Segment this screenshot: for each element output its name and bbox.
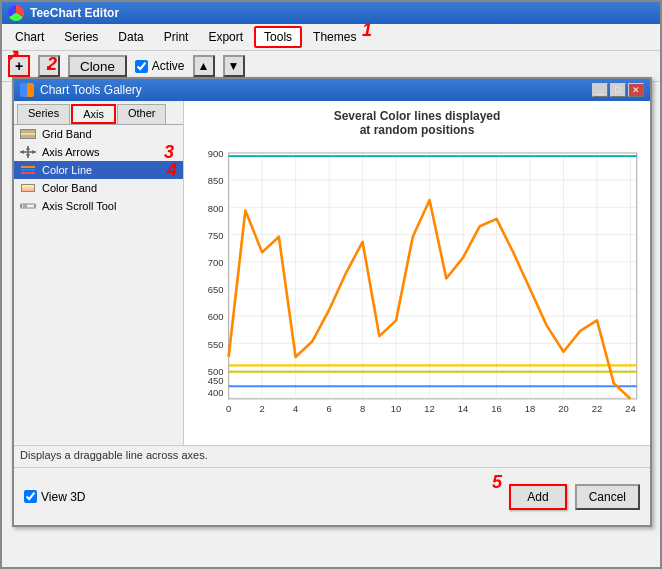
list-item-axis-scroll[interactable]: Axis Scroll Tool	[14, 197, 183, 215]
list-item-grid-band[interactable]: Grid Band	[14, 125, 183, 143]
svg-text:0: 0	[226, 403, 231, 414]
svg-text:8: 8	[360, 403, 365, 414]
menu-bar: Chart Series Data Print Export Tools The…	[2, 24, 660, 51]
svg-text:400: 400	[208, 387, 224, 398]
menu-chart[interactable]: Chart	[6, 27, 53, 47]
svg-text:450: 450	[208, 375, 224, 386]
chart-title: Several Color lines displayed at random …	[192, 109, 642, 137]
svg-text:24: 24	[625, 403, 635, 414]
svg-text:700: 700	[208, 257, 224, 268]
view3d-group: View 3D	[24, 490, 85, 504]
view3d-checkbox[interactable]	[24, 490, 37, 503]
up-arrow-button[interactable]: ▲	[193, 55, 215, 77]
gallery-content: Series Axis Other Grid Band	[14, 101, 650, 445]
svg-text:12: 12	[424, 403, 434, 414]
gallery-icon	[20, 83, 34, 97]
color-line-label: Color Line	[42, 164, 92, 176]
svg-text:4: 4	[293, 403, 298, 414]
gallery-window: Chart Tools Gallery _ □ ✕ Series Axis Ot…	[12, 77, 652, 527]
svg-text:900: 900	[208, 148, 224, 159]
title-bar: TeeChart Editor	[2, 2, 660, 24]
axis-scroll-label: Axis Scroll Tool	[42, 200, 116, 212]
svg-rect-7	[23, 204, 27, 208]
chart-panel: Several Color lines displayed at random …	[184, 101, 650, 445]
menu-series[interactable]: Series	[55, 27, 107, 47]
tab-other[interactable]: Other	[117, 104, 167, 124]
list-item-color-band[interactable]: Color Band	[14, 179, 183, 197]
svg-text:16: 16	[491, 403, 501, 414]
window-title: TeeChart Editor	[30, 6, 119, 20]
menu-print[interactable]: Print	[155, 27, 198, 47]
bottom-buttons: Add Cancel	[509, 484, 640, 510]
close-button[interactable]: ✕	[628, 83, 644, 97]
minimize-button[interactable]: _	[592, 83, 608, 97]
color-line-icon	[20, 164, 36, 176]
color-band-label: Color Band	[42, 182, 97, 194]
bottom-bar: View 3D Add Cancel	[14, 467, 650, 525]
svg-marker-1	[26, 146, 30, 150]
svg-text:750: 750	[208, 230, 224, 241]
active-checkbox-group: Active	[135, 59, 185, 73]
svg-marker-4	[20, 150, 24, 154]
tabs: Series Axis Other	[14, 101, 183, 125]
left-panel: Series Axis Other Grid Band	[14, 101, 184, 445]
menu-tools[interactable]: Tools	[254, 26, 302, 48]
grid-band-label: Grid Band	[42, 128, 92, 140]
svg-marker-5	[32, 150, 36, 154]
svg-text:22: 22	[592, 403, 602, 414]
menu-export[interactable]: Export	[199, 27, 252, 47]
svg-text:18: 18	[525, 403, 535, 414]
app-icon	[8, 5, 24, 21]
svg-text:600: 600	[208, 311, 224, 322]
svg-text:850: 850	[208, 175, 224, 186]
axis-scroll-icon	[20, 200, 36, 212]
axis-arrows-icon	[20, 146, 36, 158]
svg-text:20: 20	[558, 403, 568, 414]
tools-list: Grid Band	[14, 125, 183, 445]
list-item-axis-arrows[interactable]: Axis Arrows	[14, 143, 183, 161]
clone-button[interactable]: Clone	[68, 55, 127, 77]
remove-tool-button[interactable]: -	[38, 55, 60, 77]
svg-text:550: 550	[208, 339, 224, 350]
add-button[interactable]: Add	[509, 484, 566, 510]
svg-text:14: 14	[458, 403, 468, 414]
maximize-button[interactable]: □	[610, 83, 626, 97]
down-arrow-button[interactable]: ▼	[223, 55, 245, 77]
svg-marker-2	[26, 154, 30, 158]
cancel-button[interactable]: Cancel	[575, 484, 640, 510]
svg-text:10: 10	[391, 403, 401, 414]
svg-text:650: 650	[208, 284, 224, 295]
menu-data[interactable]: Data	[109, 27, 152, 47]
svg-text:6: 6	[326, 403, 331, 414]
svg-rect-10	[229, 153, 637, 399]
view3d-label: View 3D	[41, 490, 85, 504]
menu-themes[interactable]: Themes	[304, 27, 365, 47]
main-window: TeeChart Editor Chart Series Data Print …	[0, 0, 662, 569]
chart-svg: 900 850 800 750 700 650 600 550 500 450 …	[192, 143, 642, 435]
tab-series[interactable]: Series	[17, 104, 70, 124]
gallery-title-bar: Chart Tools Gallery _ □ ✕	[14, 79, 650, 101]
tab-axis[interactable]: Axis	[71, 104, 116, 124]
add-tool-button[interactable]: +	[8, 55, 30, 77]
status-text: Displays a draggable line across axes.	[20, 449, 208, 461]
grid-band-icon	[20, 128, 36, 140]
status-bar: Displays a draggable line across axes.	[14, 445, 650, 467]
active-label: Active	[152, 59, 185, 73]
list-item-color-line[interactable]: Color Line	[14, 161, 183, 179]
svg-text:2: 2	[259, 403, 264, 414]
svg-text:800: 800	[208, 203, 224, 214]
color-band-icon	[20, 182, 36, 194]
axis-arrows-label: Axis Arrows	[42, 146, 99, 158]
active-checkbox[interactable]	[135, 60, 148, 73]
gallery-title: Chart Tools Gallery	[40, 83, 142, 97]
